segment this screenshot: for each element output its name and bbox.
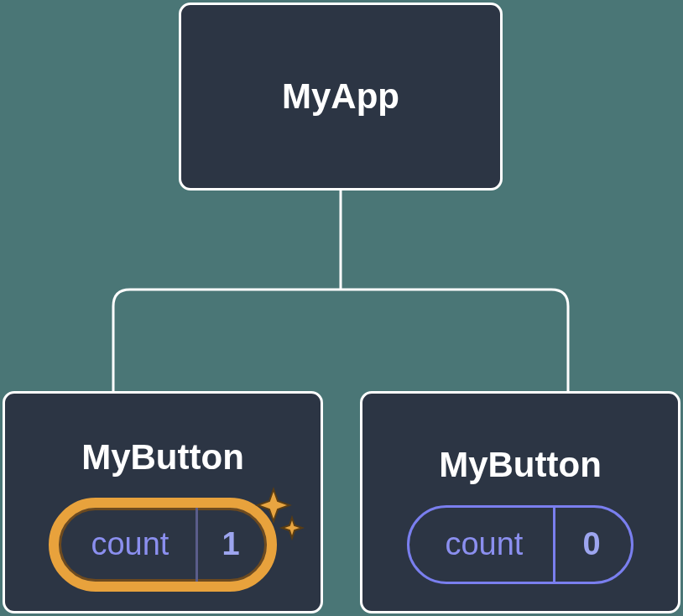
child-title-right: MyButton: [439, 445, 602, 485]
state-pill-wrap-right: count 0: [407, 505, 633, 584]
state-pill-highlighted: count 1: [49, 498, 276, 592]
state-label-right: count: [409, 508, 555, 582]
root-title: MyApp: [282, 76, 399, 117]
state-value-left: 1: [198, 508, 266, 582]
child-component-node-right: MyButton count 0: [360, 391, 680, 613]
state-label-left: count: [59, 508, 198, 582]
child-title-left: MyButton: [81, 437, 244, 478]
child-component-node-left: MyButton count 1: [3, 391, 323, 613]
root-component-node: MyApp: [179, 3, 503, 191]
state-pill-wrap-left: count 1: [49, 498, 276, 592]
state-value-right: 0: [555, 508, 630, 582]
state-pill-normal: count 0: [407, 505, 633, 584]
